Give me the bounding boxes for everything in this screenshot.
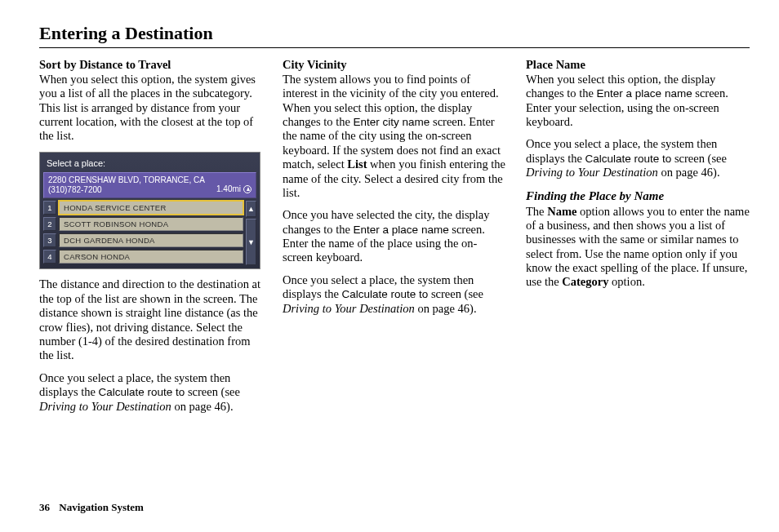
content-columns: Sort by Distance to Travel When you sele… — [39, 58, 750, 422]
category-bold: Category — [562, 275, 608, 288]
nav-row-item: DCH GARDENA HONDA — [59, 233, 243, 247]
nav-selected-distance-box: 1.40mi — [216, 184, 252, 194]
scroll-down-button[interactable]: ▼ — [246, 219, 256, 265]
distance-explain: The distance and direction to the destin… — [39, 277, 263, 362]
sort-heading: Sort by Distance to Travel — [39, 58, 171, 71]
scroll-up-button[interactable]: ▲ — [246, 201, 256, 217]
t: screen (see — [671, 152, 727, 165]
name-bold: Name — [547, 205, 576, 218]
col3-calc-para: Once you select a place, the system then… — [526, 137, 750, 180]
enter-place-name-label: Enter a place name — [354, 224, 449, 236]
crossref: Driving to Your Destination — [526, 166, 658, 179]
calculate-route-label: Calculate route to — [342, 288, 429, 300]
enter-city-name-label: Enter city name — [354, 116, 430, 128]
compass-icon — [243, 185, 252, 193]
nav-scrollbar: ▲ ▼ — [246, 201, 256, 266]
place-name-heading: Place Name — [526, 58, 585, 71]
sort-body: When you select this option, the system … — [39, 73, 256, 143]
city-vicinity-heading: City Vicinity — [283, 58, 347, 71]
nav-row-2[interactable]: 2 SCOTT ROBINSON HONDA — [43, 217, 243, 231]
enter-place-name-label: Enter a place name — [597, 87, 692, 100]
t: screen (see — [428, 287, 483, 300]
nav-selected-distance: 1.40mi — [216, 184, 241, 194]
t: on page 46). — [171, 400, 234, 413]
nav-screen-graphic: Select a place: 2280 CRENSHAW BLVD, TORR… — [39, 152, 260, 270]
nav-selected-phone: (310)782-7200 — [48, 185, 216, 195]
city-vicinity-section: City Vicinity The system allows you to f… — [283, 58, 506, 200]
t: option. — [608, 275, 644, 288]
nav-list: 1 HONDA SERVICE CENTER 2 SCOTT ROBINSON … — [43, 201, 256, 266]
list-bold: List — [347, 157, 367, 171]
nav-prompt: Select a place: — [43, 157, 256, 172]
t: The — [526, 205, 547, 218]
nav-rows: 1 HONDA SERVICE CENTER 2 SCOTT ROBINSON … — [43, 201, 243, 266]
nav-row-4[interactable]: 4 CARSON HONDA — [43, 250, 243, 264]
page-footer: 36 Navigation System — [39, 501, 144, 514]
sort-by-distance-section: Sort by Distance to Travel When you sele… — [39, 58, 263, 143]
nav-row-1[interactable]: 1 HONDA SERVICE CENTER — [43, 201, 243, 215]
calculate-route-label: Calculate route to — [99, 386, 185, 398]
page-title: Entering a Destination — [39, 23, 750, 48]
nav-row-3[interactable]: 3 DCH GARDENA HONDA — [43, 233, 243, 247]
footer-section: Navigation System — [59, 501, 144, 513]
nav-row-num: 1 — [43, 201, 56, 215]
nav-row-item: CARSON HONDA — [59, 250, 243, 264]
col2-calc-para: Once you select a place, the system then… — [283, 273, 506, 316]
crossref: Driving to Your Destination — [39, 400, 171, 413]
nav-selected-place: 2280 CRENSHAW BLVD, TORRANCE, CA (310)78… — [43, 172, 256, 198]
t: screen (see — [185, 385, 240, 398]
nav-row-num: 3 — [43, 233, 56, 247]
t: on page 46). — [415, 302, 477, 315]
page-number: 36 — [39, 501, 50, 513]
nav-selected-details: 2280 CRENSHAW BLVD, TORRANCE, CA (310)78… — [48, 175, 216, 195]
finding-place-body: The Name option allows you to enter the … — [526, 205, 750, 290]
column-3: Place Name When you select this option, … — [526, 58, 750, 422]
nav-row-item: HONDA SERVICE CENTER — [59, 201, 243, 215]
nav-row-num: 2 — [43, 217, 56, 231]
nav-row-item: SCOTT ROBINSON HONDA — [59, 217, 243, 231]
col1-calc-para: Once you select a place, the system then… — [39, 371, 263, 414]
nav-row-num: 4 — [43, 250, 56, 264]
column-1: Sort by Distance to Travel When you sele… — [39, 58, 263, 422]
crossref: Driving to Your Destination — [283, 302, 415, 315]
col2-enter-place-para: Once you have selected the city, the dis… — [283, 208, 506, 265]
column-2: City Vicinity The system allows you to f… — [283, 58, 506, 422]
t: on page 46). — [658, 166, 720, 179]
place-name-section: Place Name When you select this option, … — [526, 58, 750, 129]
finding-place-heading: Finding the Place by Name — [526, 188, 750, 203]
calculate-route-label: Calculate route to — [585, 153, 672, 165]
nav-selected-address: 2280 CRENSHAW BLVD, TORRANCE, CA — [48, 175, 216, 185]
